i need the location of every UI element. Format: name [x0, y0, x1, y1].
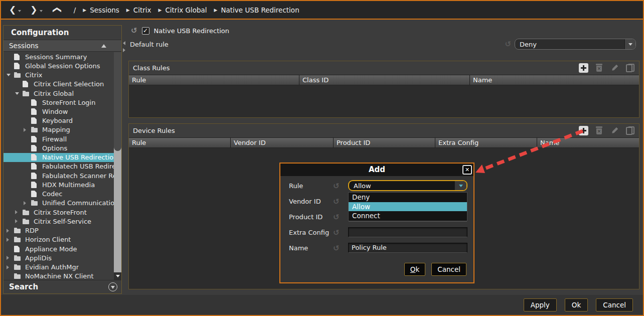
- scroll-down-icon[interactable]: [114, 272, 121, 280]
- breadcrumb-citrix[interactable]: Citrix: [133, 6, 151, 14]
- tree-item[interactable]: Fabulatech USB Redirec: [4, 162, 121, 171]
- folder-icon: [14, 255, 23, 261]
- breadcrumb-native-usb-redirection[interactable]: Native USB Redirection: [221, 6, 299, 14]
- up-icon[interactable]: ❮: [53, 6, 61, 13]
- add-icon[interactable]: [579, 126, 588, 135]
- dialog-cancel-button[interactable]: Cancel: [431, 263, 466, 276]
- search-expand-icon[interactable]: [108, 282, 117, 291]
- tree-item[interactable]: Citrix Self-Service: [4, 217, 121, 226]
- back-history-caret-icon[interactable]: [18, 10, 21, 12]
- tree-item[interactable]: NoMachine NX Client: [4, 272, 121, 280]
- tree-item[interactable]: RDP: [4, 226, 121, 235]
- tree-item[interactable]: Appliance Mode: [4, 244, 121, 253]
- name-input[interactable]: Policy Rule: [348, 243, 467, 253]
- dropdown-option-allow[interactable]: Allow: [349, 202, 467, 212]
- sessions-section-header[interactable]: Sessions: [4, 40, 121, 52]
- tree-item[interactable]: Fabulatech Scanner Re: [4, 171, 121, 180]
- folder-icon: [14, 72, 23, 78]
- expanded-arrow-icon[interactable]: [7, 74, 14, 76]
- tree-item[interactable]: Firewall: [4, 134, 121, 143]
- cancel-button[interactable]: Cancel: [596, 298, 633, 311]
- dropdown-arrow-icon[interactable]: [624, 39, 635, 49]
- apply-button[interactable]: Apply: [524, 298, 557, 311]
- file-icon: [31, 117, 40, 124]
- back-icon[interactable]: ❮: [9, 6, 16, 14]
- tree-item[interactable]: Sessions Summary: [4, 52, 121, 61]
- dialog-ok-button[interactable]: Ok: [404, 263, 425, 276]
- collapsed-arrow-icon[interactable]: [7, 238, 14, 242]
- class-rules-table-body[interactable]: [129, 85, 639, 117]
- breadcrumb-citrix-global[interactable]: Citrix Global: [165, 6, 207, 14]
- tree-item[interactable]: Unified Communications: [4, 199, 121, 208]
- reset-undo-icon[interactable]: ↺: [333, 244, 340, 253]
- rule-dropdown[interactable]: Allow: [348, 180, 467, 191]
- tree-item[interactable]: AppliDis: [4, 253, 121, 262]
- close-icon[interactable]: ✕: [462, 165, 472, 175]
- collapsed-arrow-icon[interactable]: [15, 210, 23, 214]
- dropdown-option-connect[interactable]: Connect: [349, 211, 467, 221]
- reset-undo-icon[interactable]: ↺: [333, 213, 340, 222]
- collapsed-arrow-icon[interactable]: [24, 128, 31, 132]
- scrollbar-thumb[interactable]: [114, 52, 121, 151]
- rule-label: Rule: [289, 182, 333, 190]
- folder-icon: [23, 91, 31, 96]
- edit-icon[interactable]: [610, 63, 619, 73]
- delete-icon[interactable]: [594, 63, 604, 73]
- dialog-title-bar: Add ✕: [280, 164, 473, 176]
- add-icon[interactable]: [579, 63, 588, 73]
- tree-item[interactable]: Citrix: [4, 70, 121, 79]
- tree-item[interactable]: Citrix Global: [4, 89, 121, 98]
- splitter-left-icon: [123, 41, 125, 45]
- expanded-arrow-icon[interactable]: [15, 92, 23, 95]
- collapsed-arrow-icon[interactable]: [7, 265, 14, 269]
- collapsed-arrow-icon[interactable]: [7, 256, 14, 260]
- default-rule-dropdown[interactable]: Deny: [515, 39, 636, 50]
- ok-button[interactable]: Ok: [565, 298, 588, 311]
- forward-history-caret-icon[interactable]: [40, 10, 43, 12]
- collapsed-arrow-icon[interactable]: [15, 219, 23, 223]
- folder-icon: [14, 273, 23, 279]
- forward-icon[interactable]: ❯: [30, 6, 37, 14]
- tree-item[interactable]: Horizon Client: [4, 235, 121, 244]
- tree-item[interactable]: Window: [4, 107, 121, 116]
- extra-config-label: Extra Config: [289, 229, 333, 236]
- collapsed-arrow-icon[interactable]: [24, 201, 31, 205]
- extra-config-input[interactable]: [348, 227, 467, 237]
- extra-config-row: Extra Config ↺: [289, 227, 467, 238]
- collapsed-arrow-icon[interactable]: [7, 229, 14, 233]
- tree-item[interactable]: Options: [4, 143, 121, 152]
- native-usb-redirection-checkbox[interactable]: ✓: [142, 27, 149, 35]
- tree-item-selected[interactable]: Native USB Redirection: [4, 153, 121, 162]
- edit-icon[interactable]: [610, 126, 619, 135]
- dropdown-option-deny[interactable]: Deny: [349, 193, 467, 202]
- default-rule-label: Default rule: [130, 41, 169, 48]
- reset-undo-icon[interactable]: ↺: [131, 27, 137, 35]
- tree-item[interactable]: Citrix StoreFront: [4, 208, 121, 217]
- copy-icon[interactable]: [625, 126, 635, 135]
- sidebar-splitter[interactable]: [123, 41, 127, 54]
- folder-icon: [14, 228, 23, 233]
- tree-item[interactable]: HDX Multimedia: [4, 180, 121, 189]
- copy-icon[interactable]: [625, 63, 635, 73]
- tree-item[interactable]: Evidian AuthMgr: [4, 262, 121, 271]
- name-row: Name ↺ Policy Rule: [289, 242, 467, 253]
- reset-undo-icon[interactable]: ↺: [333, 228, 340, 237]
- reset-undo-icon[interactable]: ↺: [505, 41, 511, 48]
- delete-icon[interactable]: [594, 126, 604, 135]
- tree-item[interactable]: Global Session Options: [4, 61, 121, 70]
- tree-item[interactable]: Keyboard: [4, 116, 121, 125]
- sidebar-scrollbar[interactable]: [114, 52, 121, 280]
- breadcrumb-separator-icon: ▶: [214, 8, 218, 13]
- column-header: Name: [470, 75, 639, 85]
- tree-item[interactable]: Mapping: [4, 125, 121, 134]
- tree-item[interactable]: StoreFront Login: [4, 98, 121, 107]
- breadcrumb-sessions[interactable]: Sessions: [90, 6, 119, 14]
- reset-undo-icon[interactable]: ↺: [333, 197, 340, 206]
- tree-item[interactable]: Codec: [4, 190, 121, 199]
- tree-item[interactable]: Citrix Client Selection: [4, 80, 121, 89]
- dropdown-arrow-icon[interactable]: [454, 181, 466, 190]
- configuration-sidebar: Configuration Sessions Sessions Summary …: [3, 25, 122, 294]
- reset-undo-icon[interactable]: ↺: [333, 182, 340, 191]
- search-section-header[interactable]: Search: [4, 280, 121, 293]
- file-icon: [31, 108, 40, 115]
